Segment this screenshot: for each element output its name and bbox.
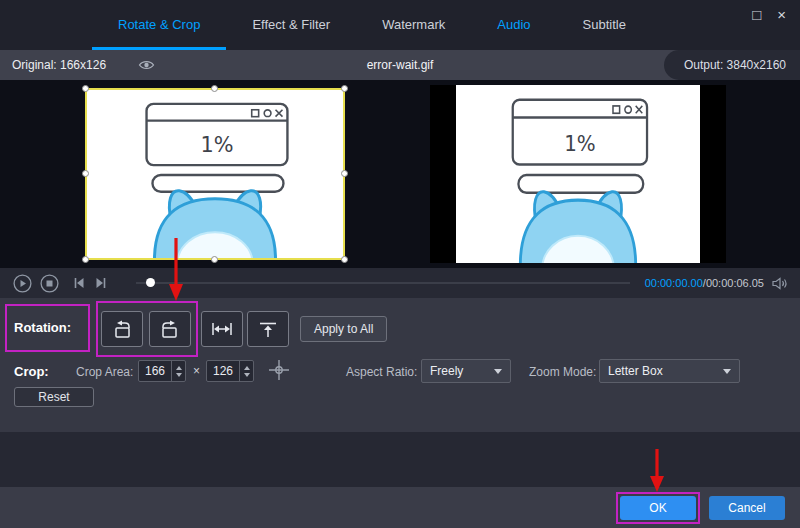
preview-area [0,80,800,268]
aspect-ratio-label: Aspect Ratio: [346,365,417,379]
crop-width-field [138,360,186,382]
flip-vertical-button[interactable] [247,311,289,347]
rotate-right-icon [159,320,181,339]
zoom-mode-dropdown[interactable]: Letter Box [599,359,740,383]
previous-frame-icon[interactable] [72,276,86,294]
crop-handle-ne[interactable] [341,85,348,92]
tab-audio[interactable]: Audio [471,0,556,50]
crop-handle-nw[interactable] [82,85,89,92]
chevron-down-icon [494,369,502,374]
output-preview-pane [430,85,726,263]
footer-bar: OK Cancel [0,487,800,528]
preview-header: Original: 166x126 error-wait.gif Output:… [0,50,800,80]
tab-watermark[interactable]: Watermark [356,0,471,50]
output-preview-image [456,85,700,263]
aspect-ratio-dropdown[interactable]: Freely [421,359,511,383]
next-frame-icon[interactable] [94,276,108,294]
aspect-ratio-value: Freely [430,364,463,378]
crop-handle-e[interactable] [341,170,348,177]
reset-button[interactable]: Reset [14,387,94,407]
multiply-sign: × [193,364,200,378]
player-bar: 00:00:00.00/00:00:06.05 [0,268,800,298]
video-edit-dialog: Rotate & Crop Effect & Filter Watermark … [0,0,800,528]
playback-slider-track[interactable] [136,282,630,284]
flip-horizontal-button[interactable] [201,311,243,347]
zoom-mode-label: Zoom Mode: [529,365,596,379]
maximize-icon[interactable]: □ [752,4,761,26]
rotate-left-button[interactable] [101,311,143,347]
close-icon[interactable]: × [777,4,786,26]
crop-width-spinner[interactable] [171,361,185,381]
tab-bar: Rotate & Crop Effect & Filter Watermark … [0,0,800,50]
zoom-mode-value: Letter Box [608,364,663,378]
crop-handle-se[interactable] [341,256,348,263]
rotate-left-icon [111,320,133,339]
crop-height-field [206,360,254,382]
crop-area-label: Crop Area: [76,365,133,379]
crop-width-input[interactable] [139,361,171,381]
crop-handle-w[interactable] [82,170,89,177]
flip-vertical-icon [257,320,279,339]
controls-panel: Rotation: Apply to All Crop: Crop Area: … [0,298,800,432]
chevron-down-icon [723,369,731,374]
play-icon[interactable] [13,274,32,297]
crop-height-up-icon[interactable] [244,366,250,370]
crop-height-down-icon[interactable] [244,373,250,377]
rotation-label: Rotation: [14,320,71,335]
rotate-right-button[interactable] [149,311,191,347]
time-current: 00:00:00.00 [645,277,703,289]
apply-to-all-button[interactable]: Apply to All [300,316,387,342]
ok-button[interactable]: OK [620,496,696,520]
tabs: Rotate & Crop Effect & Filter Watermark … [92,0,652,50]
crop-width-up-icon[interactable] [176,366,182,370]
crop-height-input[interactable] [207,361,239,381]
crop-handle-n[interactable] [211,85,218,92]
crop-center-icon[interactable] [268,359,290,385]
crop-handle-sw[interactable] [82,256,89,263]
window-controls: □ × [752,4,786,26]
crop-handle-s[interactable] [211,256,218,263]
original-preview-image [87,90,343,258]
output-size-badge: Output: 3840x2160 [664,50,800,80]
tab-rotate-crop[interactable]: Rotate & Crop [92,0,226,50]
time-display: 00:00:00.00/00:00:06.05 [645,277,764,289]
crop-height-spinner[interactable] [239,361,253,381]
cancel-button[interactable]: Cancel [709,496,785,520]
crop-label: Crop: [14,364,49,379]
crop-width-down-icon[interactable] [176,373,182,377]
tab-subtitle[interactable]: Subtitle [557,0,652,50]
volume-icon[interactable] [772,276,789,294]
stop-icon[interactable] [40,274,59,297]
time-total: 00:00:06.05 [706,277,764,289]
tab-effect-filter[interactable]: Effect & Filter [226,0,356,50]
playback-slider-knob[interactable] [146,278,155,287]
flip-horizontal-icon [211,320,233,338]
crop-selection-box[interactable] [85,88,345,260]
